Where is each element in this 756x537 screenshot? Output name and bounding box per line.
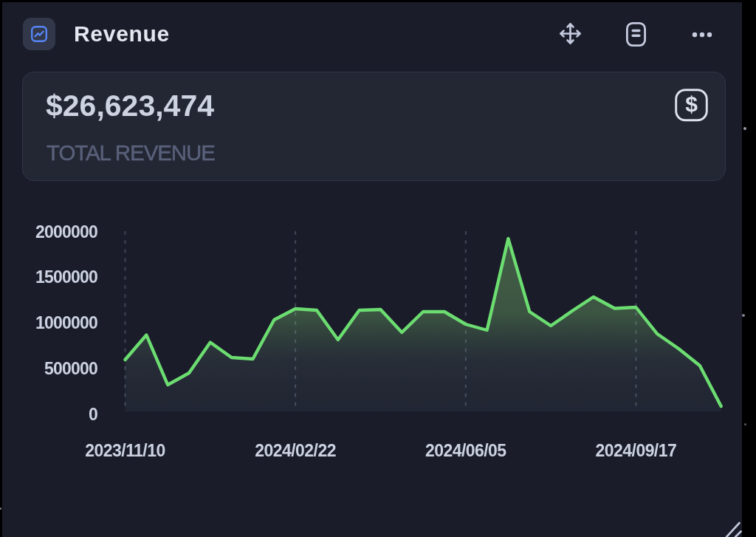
svg-text:2024/06/05: 2024/06/05 bbox=[425, 441, 506, 460]
svg-text:0: 0 bbox=[89, 405, 97, 424]
svg-text:1500000: 1500000 bbox=[35, 267, 97, 287]
svg-text:500000: 500000 bbox=[44, 359, 97, 378]
svg-text:2024/02/22: 2024/02/22 bbox=[255, 441, 336, 460]
svg-text:2000000: 2000000 bbox=[35, 222, 97, 242]
svg-text:2023/11/10: 2023/11/10 bbox=[85, 441, 165, 460]
svg-text:1000000: 1000000 bbox=[35, 313, 97, 332]
svg-text:2024/09/17: 2024/09/17 bbox=[596, 441, 677, 460]
